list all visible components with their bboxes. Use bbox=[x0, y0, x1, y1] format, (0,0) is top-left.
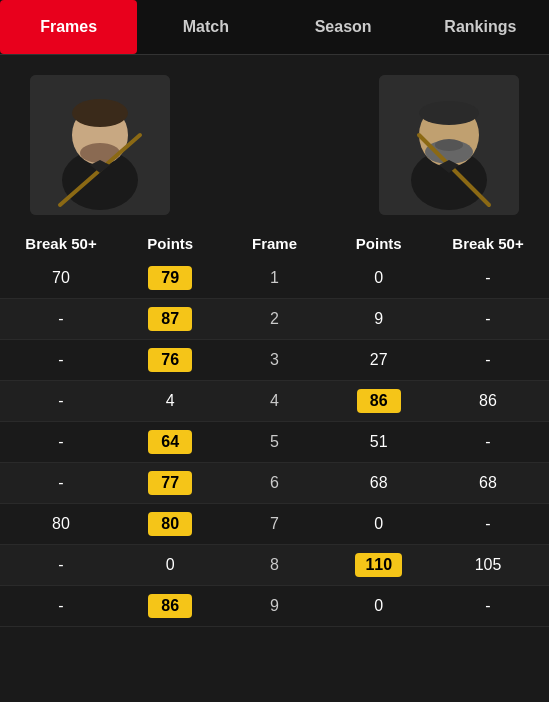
svg-point-3 bbox=[72, 99, 128, 127]
table-row: - 76 3 27 - bbox=[0, 340, 549, 381]
data-rows: 70 79 1 0 - - 87 2 9 - - 76 3 27 - - 4 4… bbox=[0, 258, 549, 627]
cell-break50-right: - bbox=[443, 597, 533, 615]
cell-frame: 3 bbox=[235, 351, 315, 369]
value: 4 bbox=[166, 392, 175, 409]
player-right-photo bbox=[379, 75, 519, 215]
header-points-right: Points bbox=[339, 235, 419, 252]
highlighted-value: 64 bbox=[148, 430, 192, 454]
cell-points-left: 80 bbox=[130, 512, 210, 536]
cell-frame: 1 bbox=[235, 269, 315, 287]
table-row: - 64 5 51 - bbox=[0, 422, 549, 463]
highlighted-value: 79 bbox=[148, 266, 192, 290]
cell-points-left: 77 bbox=[130, 471, 210, 495]
cell-points-right: 0 bbox=[339, 515, 419, 533]
header-break50-left: Break 50+ bbox=[16, 235, 106, 252]
cell-points-left: 79 bbox=[130, 266, 210, 290]
cell-frame: 7 bbox=[235, 515, 315, 533]
cell-frame: 6 bbox=[235, 474, 315, 492]
cell-points-left: 76 bbox=[130, 348, 210, 372]
cell-break50-right: - bbox=[443, 310, 533, 328]
cell-frame: 2 bbox=[235, 310, 315, 328]
header-points-left: Points bbox=[130, 235, 210, 252]
cell-break50-left: - bbox=[16, 351, 106, 369]
table-row: 80 80 7 0 - bbox=[0, 504, 549, 545]
cell-break50-left: 70 bbox=[16, 269, 106, 287]
cell-break50-left: - bbox=[16, 310, 106, 328]
players-row bbox=[0, 55, 549, 225]
cell-frame: 8 bbox=[235, 556, 315, 574]
highlighted-value: 110 bbox=[355, 553, 402, 577]
cell-break50-right: - bbox=[443, 351, 533, 369]
cell-frame: 5 bbox=[235, 433, 315, 451]
cell-frame: 4 bbox=[235, 392, 315, 410]
header-frame: Frame bbox=[235, 235, 315, 252]
highlighted-value: 80 bbox=[148, 512, 192, 536]
value: 0 bbox=[374, 515, 383, 532]
highlighted-value: 86 bbox=[357, 389, 401, 413]
cell-frame: 9 bbox=[235, 597, 315, 615]
cell-break50-left: - bbox=[16, 433, 106, 451]
value: 9 bbox=[374, 310, 383, 327]
cell-break50-right: 68 bbox=[443, 474, 533, 492]
table-row: - 86 9 0 - bbox=[0, 586, 549, 627]
value: 0 bbox=[166, 556, 175, 573]
cell-points-right: 9 bbox=[339, 310, 419, 328]
cell-break50-right: 86 bbox=[443, 392, 533, 410]
cell-points-right: 51 bbox=[339, 433, 419, 451]
cell-break50-right: - bbox=[443, 433, 533, 451]
tab-frames[interactable]: Frames bbox=[0, 0, 137, 54]
cell-break50-left: - bbox=[16, 474, 106, 492]
svg-point-10 bbox=[419, 101, 479, 125]
cell-break50-left: - bbox=[16, 556, 106, 574]
header-break50-right: Break 50+ bbox=[443, 235, 533, 252]
cell-break50-left: 80 bbox=[16, 515, 106, 533]
value: 51 bbox=[370, 433, 388, 450]
cell-break50-left: - bbox=[16, 597, 106, 615]
svg-point-12 bbox=[435, 139, 463, 151]
cell-points-right: 27 bbox=[339, 351, 419, 369]
cell-break50-right: - bbox=[443, 269, 533, 287]
table-row: 70 79 1 0 - bbox=[0, 258, 549, 299]
highlighted-value: 87 bbox=[148, 307, 192, 331]
value: 0 bbox=[374, 269, 383, 286]
cell-break50-right: - bbox=[443, 515, 533, 533]
cell-points-right: 0 bbox=[339, 597, 419, 615]
cell-points-right: 86 bbox=[339, 389, 419, 413]
highlighted-value: 77 bbox=[148, 471, 192, 495]
cell-points-left: 64 bbox=[130, 430, 210, 454]
value: 68 bbox=[370, 474, 388, 491]
highlighted-value: 76 bbox=[148, 348, 192, 372]
cell-points-right: 110 bbox=[339, 553, 419, 577]
tab-rankings[interactable]: Rankings bbox=[412, 0, 549, 54]
cell-break50-left: - bbox=[16, 392, 106, 410]
tab-season[interactable]: Season bbox=[275, 0, 412, 54]
value: 27 bbox=[370, 351, 388, 368]
cell-points-right: 0 bbox=[339, 269, 419, 287]
table-row: - 87 2 9 - bbox=[0, 299, 549, 340]
table-row: - 4 4 86 86 bbox=[0, 381, 549, 422]
cell-points-left: 86 bbox=[130, 594, 210, 618]
cell-points-right: 68 bbox=[339, 474, 419, 492]
cell-points-left: 0 bbox=[130, 556, 210, 574]
value: 0 bbox=[374, 597, 383, 614]
cell-break50-right: 105 bbox=[443, 556, 533, 574]
tab-bar: Frames Match Season Rankings bbox=[0, 0, 549, 55]
table-row: - 0 8 110 105 bbox=[0, 545, 549, 586]
player-left-photo bbox=[30, 75, 170, 215]
table-row: - 77 6 68 68 bbox=[0, 463, 549, 504]
highlighted-value: 86 bbox=[148, 594, 192, 618]
cell-points-left: 87 bbox=[130, 307, 210, 331]
stats-header: Break 50+ Points Frame Points Break 50+ bbox=[0, 225, 549, 258]
cell-points-left: 4 bbox=[130, 392, 210, 410]
tab-match[interactable]: Match bbox=[137, 0, 274, 54]
